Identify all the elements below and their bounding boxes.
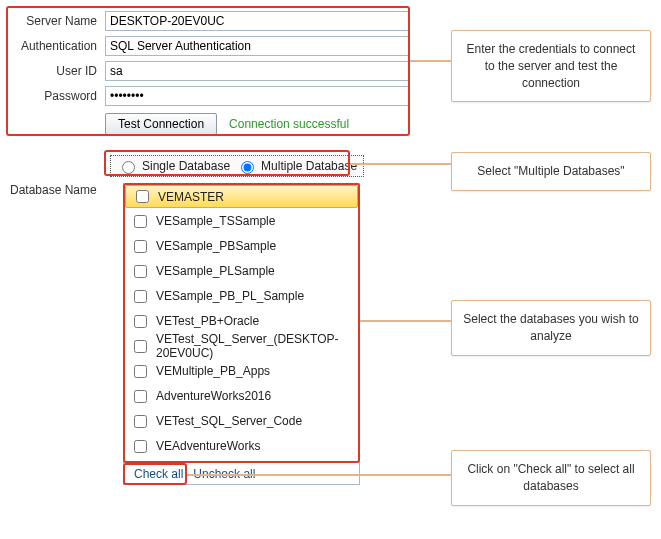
list-item[interactable]: VETest_PB+Oracle: [124, 309, 359, 334]
multiple-database-radio[interactable]: Multiple Database: [236, 158, 357, 174]
database-checkbox[interactable]: [134, 290, 147, 303]
database-checkbox[interactable]: [134, 340, 147, 353]
connector-2: [350, 163, 451, 165]
database-item-label: VESample_PBSample: [156, 239, 276, 253]
callout-multiple: Select "Multiple Databases": [451, 152, 651, 191]
list-item[interactable]: VEMultiple_PB_Apps: [124, 359, 359, 384]
list-item[interactable]: AdventureWorks2016: [124, 384, 359, 409]
connector-3: [360, 320, 451, 322]
list-item[interactable]: VESample_PBSample: [124, 234, 359, 259]
callout-checkall: Click on "Check all" to select all datab…: [451, 450, 651, 506]
list-item[interactable]: VESample_PB_PL_Sample: [124, 284, 359, 309]
database-checkbox[interactable]: [136, 190, 149, 203]
authentication-input[interactable]: [105, 36, 410, 56]
database-checkbox[interactable]: [134, 390, 147, 403]
userid-label: User ID: [10, 64, 105, 78]
database-item-label: VEMASTER: [158, 190, 224, 204]
callout-credentials: Enter the credentials to connect to the …: [451, 30, 651, 102]
server-name-input[interactable]: [105, 11, 410, 31]
check-all-link[interactable]: Check all: [134, 467, 183, 481]
database-checkbox[interactable]: [134, 265, 147, 278]
database-item-label: VEAdventureWorks: [156, 439, 261, 453]
database-checkbox[interactable]: [134, 440, 147, 453]
database-item-label: VESample_PLSample: [156, 264, 275, 278]
database-items-container[interactable]: VEMASTERVESample_TSSampleVESample_PBSamp…: [124, 184, 359, 462]
connector-1: [410, 60, 451, 62]
database-listbox: VEMASTERVESample_TSSampleVESample_PBSamp…: [123, 183, 360, 485]
database-item-label: VESample_PB_PL_Sample: [156, 289, 304, 303]
database-item-label: VETest_SQL_Server_Code: [156, 414, 302, 428]
database-item-label: VEMultiple_PB_Apps: [156, 364, 270, 378]
database-checkbox[interactable]: [134, 415, 147, 428]
list-item[interactable]: VEAdventureWorks: [124, 434, 359, 459]
uncheck-all-link[interactable]: Uncheck all: [193, 467, 255, 481]
database-name-label: Database Name: [10, 183, 115, 197]
list-actions: Check all Uncheck all: [124, 462, 359, 484]
database-checkbox[interactable]: [134, 215, 147, 228]
database-item-label: VETest_SQL_Server_(DESKTOP-20EV0UC): [156, 332, 353, 360]
database-checkbox[interactable]: [134, 315, 147, 328]
userid-input[interactable]: [105, 61, 410, 81]
list-item[interactable]: VESample_PLSample: [124, 259, 359, 284]
database-mode-group: Single Database Multiple Database: [110, 155, 364, 177]
database-item-label: VESample_TSSample: [156, 214, 275, 228]
multiple-database-label: Multiple Database: [261, 159, 357, 173]
database-item-label: AdventureWorks2016: [156, 389, 271, 403]
credentials-form: Server Name Authentication User ID Passw…: [10, 10, 410, 138]
database-checkbox[interactable]: [134, 240, 147, 253]
single-database-label: Single Database: [142, 159, 230, 173]
server-name-label: Server Name: [10, 14, 105, 28]
single-database-radio[interactable]: Single Database: [117, 158, 230, 174]
list-item[interactable]: VEMASTER: [125, 185, 358, 208]
list-item[interactable]: VESample_TSSample: [124, 209, 359, 234]
password-label: Password: [10, 89, 105, 103]
list-item[interactable]: VETest_SQL_Server_Code: [124, 409, 359, 434]
test-connection-button[interactable]: Test Connection: [105, 113, 217, 135]
list-item[interactable]: VETest_SQL_Server_(DESKTOP-20EV0UC): [124, 334, 359, 359]
callout-select-db: Select the databases you wish to analyze: [451, 300, 651, 356]
connection-status: Connection successful: [229, 117, 349, 131]
database-checkbox[interactable]: [134, 365, 147, 378]
database-item-label: VETest_PB+Oracle: [156, 314, 259, 328]
authentication-label: Authentication: [10, 39, 105, 53]
password-input[interactable]: [105, 86, 410, 106]
